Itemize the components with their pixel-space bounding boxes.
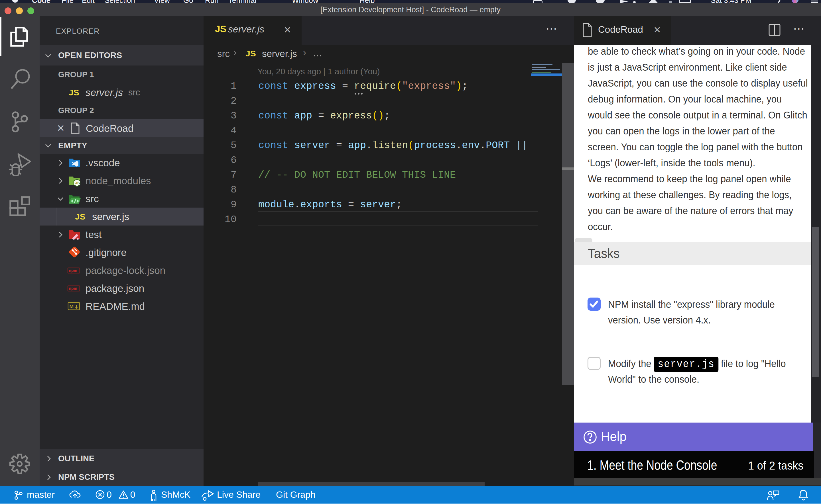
svg-text:JS: JS (75, 181, 80, 185)
svg-text:npm: npm (69, 269, 77, 273)
svg-text:npm: npm (69, 287, 77, 291)
svg-text:M: M (69, 304, 73, 309)
